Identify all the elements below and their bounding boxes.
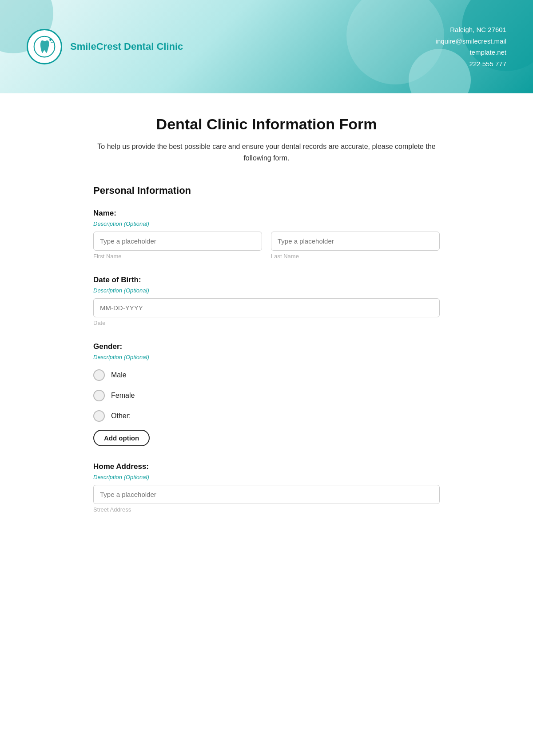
radio-label-other: Other:	[111, 412, 131, 420]
field-home-address-description: Description (Optional)	[93, 474, 440, 480]
last-name-wrapper: Last Name	[271, 232, 440, 260]
field-dob-label: Date of Birth:	[93, 276, 440, 284]
main-content: Dental Clinic Information Form To help u…	[76, 93, 457, 556]
page-header: SmileCrest Dental Clinic Raleigh, NC 276…	[0, 0, 533, 93]
clinic-name: SmileCrest Dental Clinic	[70, 41, 183, 52]
header-email: inquire@smilecrest.mail	[436, 36, 506, 47]
street-address-sublabel: Street Address	[93, 506, 440, 513]
dob-input[interactable]	[93, 298, 440, 317]
field-gender-description: Description (Optional)	[93, 354, 440, 360]
first-name-sublabel: First Name	[93, 253, 262, 260]
field-name-label: Name:	[93, 209, 440, 218]
street-address-input[interactable]	[93, 485, 440, 504]
header-contact: Raleigh, NC 27601 inquire@smilecrest.mai…	[436, 24, 506, 69]
field-dob: Date of Birth: Description (Optional) Da…	[93, 276, 440, 326]
form-subtitle: To help us provide the best possible car…	[93, 141, 440, 164]
section-personal-info-title: Personal Information	[93, 185, 440, 196]
field-gender-label: Gender:	[93, 342, 440, 351]
tooth-icon	[33, 36, 56, 58]
field-home-address-inputs: Street Address	[93, 485, 440, 513]
radio-option-female: Female	[93, 385, 440, 406]
header-website: template.net	[436, 47, 506, 58]
field-name-description: Description (Optional)	[93, 220, 440, 227]
radio-label-female: Female	[111, 392, 135, 400]
add-option-button[interactable]: Add option	[93, 430, 150, 446]
street-address-wrapper: Street Address	[93, 485, 440, 513]
first-name-wrapper: First Name	[93, 232, 262, 260]
field-home-address-label: Home Address:	[93, 462, 440, 471]
dob-sublabel: Date	[93, 320, 440, 326]
radio-label-male: Male	[111, 371, 127, 379]
last-name-sublabel: Last Name	[271, 253, 440, 260]
radio-circle-male[interactable]	[93, 369, 105, 381]
radio-circle-other[interactable]	[93, 410, 105, 422]
dob-wrapper: Date	[93, 298, 440, 326]
field-dob-inputs: Date	[93, 298, 440, 326]
field-home-address: Home Address: Description (Optional) Str…	[93, 462, 440, 513]
radio-option-male: Male	[93, 365, 440, 385]
field-gender: Gender: Description (Optional) Male	[93, 342, 440, 446]
radio-option-other: Other:	[93, 406, 440, 426]
header-address: Raleigh, NC 27601	[436, 24, 506, 36]
header-phone: 222 555 777	[436, 58, 506, 70]
first-name-input[interactable]	[93, 232, 262, 251]
form-title: Dental Clinic Information Form	[93, 116, 440, 133]
field-name-inputs: First Name Last Name	[93, 232, 440, 260]
last-name-input[interactable]	[271, 232, 440, 251]
field-dob-description: Description (Optional)	[93, 287, 440, 294]
header-left: SmileCrest Dental Clinic	[27, 29, 183, 64]
logo-circle	[27, 29, 62, 64]
field-name: Name: Description (Optional) First Name …	[93, 209, 440, 260]
radio-circle-female[interactable]	[93, 390, 105, 401]
